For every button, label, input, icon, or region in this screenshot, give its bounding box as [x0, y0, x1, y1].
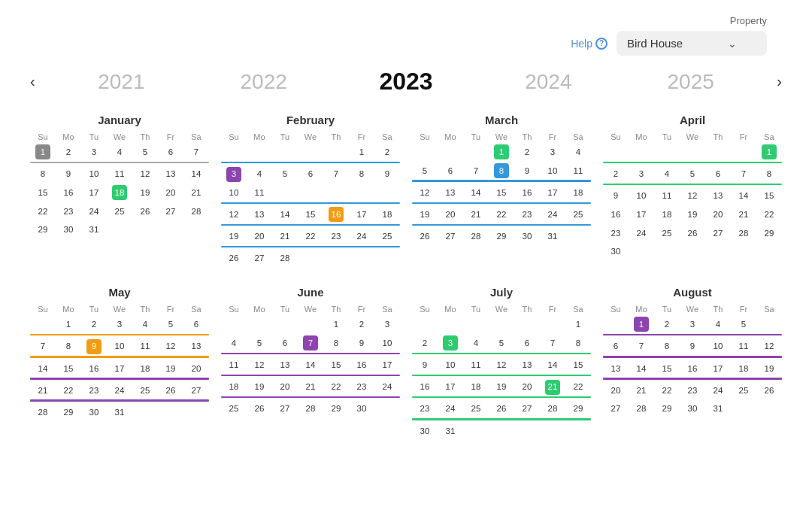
- cal-cell[interactable]: 17: [438, 378, 463, 396]
- cal-cell[interactable]: 28: [272, 249, 298, 268]
- cal-cell[interactable]: 7: [298, 334, 323, 353]
- cal-cell[interactable]: 9: [603, 187, 629, 205]
- cal-cell[interactable]: 27: [158, 202, 183, 221]
- cal-cell[interactable]: 16: [412, 378, 438, 396]
- cal-cell[interactable]: 20: [438, 205, 463, 224]
- cal-cell[interactable]: 4: [463, 334, 489, 353]
- cal-cell[interactable]: 9: [374, 165, 400, 184]
- cal-cell[interactable]: 5: [731, 315, 756, 334]
- cal-cell[interactable]: 12: [412, 184, 438, 202]
- cal-cell[interactable]: 12: [680, 187, 705, 205]
- cal-cell[interactable]: 3: [81, 143, 107, 162]
- cal-cell[interactable]: 27: [438, 227, 463, 246]
- cal-cell[interactable]: 30: [56, 220, 81, 239]
- property-dropdown[interactable]: Bird House ⌄: [617, 31, 767, 56]
- cal-cell[interactable]: 28: [629, 399, 654, 418]
- cal-cell[interactable]: 6: [514, 334, 540, 353]
- cal-cell[interactable]: 22: [56, 381, 81, 400]
- cal-cell[interactable]: 8: [323, 334, 349, 353]
- cal-cell[interactable]: 11: [731, 337, 756, 356]
- cal-cell[interactable]: 23: [680, 381, 705, 400]
- cal-cell[interactable]: 21: [30, 381, 56, 400]
- cal-cell[interactable]: 8: [30, 165, 56, 184]
- cal-cell[interactable]: 22: [323, 378, 349, 396]
- cal-cell[interactable]: 16: [323, 205, 349, 224]
- cal-cell[interactable]: 18: [731, 360, 756, 378]
- cal-cell[interactable]: 6: [705, 165, 731, 184]
- cal-cell[interactable]: 11: [565, 162, 591, 181]
- cal-cell[interactable]: 2: [654, 315, 680, 334]
- cal-cell[interactable]: 24: [349, 227, 374, 246]
- cal-cell[interactable]: 27: [603, 399, 629, 418]
- cal-cell[interactable]: 11: [654, 187, 680, 205]
- cal-cell[interactable]: 21: [463, 205, 489, 224]
- cal-cell[interactable]: 16: [349, 356, 374, 375]
- cal-cell[interactable]: 7: [731, 165, 756, 184]
- cal-cell[interactable]: 17: [705, 360, 731, 378]
- cal-cell[interactable]: 28: [731, 224, 756, 243]
- cal-cell[interactable]: 6: [272, 334, 298, 353]
- next-year-button[interactable]: ›: [762, 73, 797, 90]
- cal-cell[interactable]: 14: [30, 360, 56, 378]
- cal-cell[interactable]: 8: [56, 337, 81, 356]
- cal-cell[interactable]: 3: [680, 315, 705, 334]
- cal-cell[interactable]: 13: [603, 360, 629, 378]
- cal-cell[interactable]: 3: [629, 165, 654, 184]
- cal-cell[interactable]: 10: [438, 356, 463, 375]
- cal-cell[interactable]: 27: [514, 399, 540, 418]
- cal-cell[interactable]: 19: [756, 360, 782, 378]
- cal-cell[interactable]: 11: [132, 337, 158, 356]
- cal-cell[interactable]: 18: [654, 205, 680, 224]
- cal-cell[interactable]: 11: [107, 165, 132, 184]
- cal-cell[interactable]: 29: [56, 403, 81, 422]
- cal-cell[interactable]: 6: [438, 162, 463, 181]
- cal-cell[interactable]: 13: [272, 356, 298, 375]
- cal-cell[interactable]: 10: [540, 162, 565, 181]
- cal-cell[interactable]: 29: [489, 227, 514, 246]
- cal-cell[interactable]: 5: [489, 334, 514, 353]
- cal-cell[interactable]: 15: [323, 356, 349, 375]
- cal-cell[interactable]: 18: [132, 360, 158, 378]
- cal-cell[interactable]: 16: [680, 360, 705, 378]
- cal-cell[interactable]: 7: [183, 143, 209, 162]
- cal-cell[interactable]: 24: [540, 205, 565, 224]
- cal-cell[interactable]: 25: [463, 399, 489, 418]
- cal-cell[interactable]: 16: [56, 184, 81, 202]
- cal-cell[interactable]: 19: [158, 360, 183, 378]
- cal-cell[interactable]: 28: [298, 399, 323, 418]
- cal-cell[interactable]: 26: [221, 249, 247, 268]
- cal-cell[interactable]: 25: [221, 399, 247, 418]
- cal-cell[interactable]: 8: [489, 162, 514, 181]
- cal-cell[interactable]: 22: [298, 227, 323, 246]
- cal-cell[interactable]: 19: [132, 184, 158, 202]
- cal-cell[interactable]: 2: [81, 315, 107, 334]
- cal-cell[interactable]: 25: [107, 202, 132, 221]
- cal-cell[interactable]: 1: [56, 315, 81, 334]
- cal-cell[interactable]: 16: [603, 205, 629, 224]
- cal-cell[interactable]: 2: [412, 334, 438, 353]
- cal-cell[interactable]: 27: [183, 381, 209, 400]
- cal-cell[interactable]: 19: [247, 378, 272, 396]
- cal-cell[interactable]: 20: [247, 227, 272, 246]
- cal-cell[interactable]: 21: [183, 184, 209, 202]
- cal-cell[interactable]: 13: [247, 205, 272, 224]
- cal-cell[interactable]: 10: [374, 334, 400, 353]
- cal-cell[interactable]: 14: [298, 356, 323, 375]
- cal-cell[interactable]: 13: [183, 337, 209, 356]
- cal-cell[interactable]: 2: [374, 143, 400, 162]
- cal-cell[interactable]: 24: [81, 202, 107, 221]
- cal-cell[interactable]: 12: [247, 356, 272, 375]
- cal-cell[interactable]: 9: [56, 165, 81, 184]
- cal-cell[interactable]: 20: [158, 184, 183, 202]
- cal-cell[interactable]: 21: [272, 227, 298, 246]
- year-2021[interactable]: 2021: [50, 70, 192, 94]
- cal-cell[interactable]: 12: [756, 337, 782, 356]
- cal-cell[interactable]: 21: [731, 205, 756, 224]
- cal-cell[interactable]: 12: [489, 356, 514, 375]
- cal-cell[interactable]: 18: [374, 205, 400, 224]
- cal-cell[interactable]: 22: [30, 202, 56, 221]
- cal-cell[interactable]: 10: [107, 337, 132, 356]
- cal-cell[interactable]: 9: [680, 337, 705, 356]
- cal-cell[interactable]: 13: [705, 187, 731, 205]
- prev-year-button[interactable]: ‹: [15, 73, 50, 90]
